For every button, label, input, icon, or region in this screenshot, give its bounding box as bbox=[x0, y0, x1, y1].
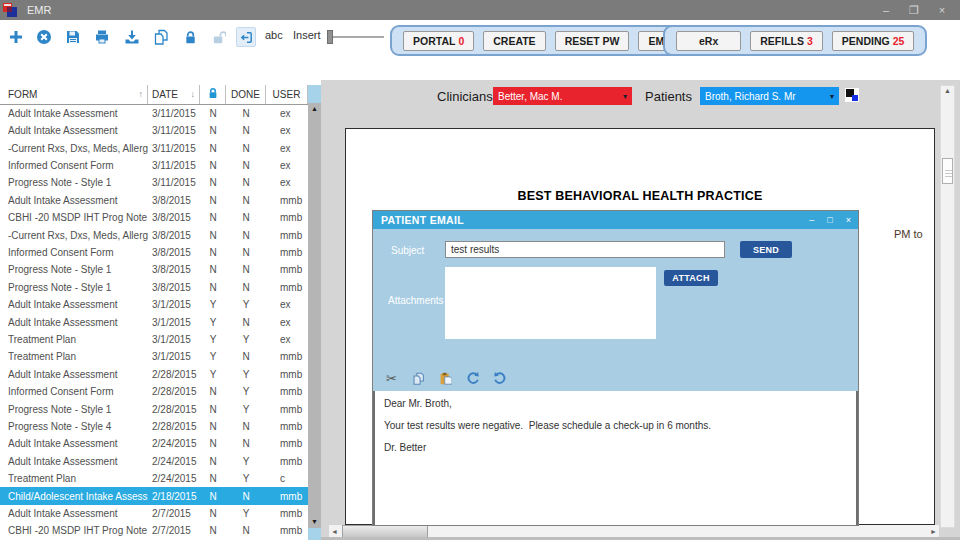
table-row[interactable]: Adult Intake Assessment3/1/2015YNex bbox=[0, 313, 308, 330]
portal-button[interactable]: PORTAL0 bbox=[403, 31, 474, 51]
copy-icon[interactable] bbox=[151, 27, 171, 47]
table-row[interactable]: Adult Intake Assessment2/7/2015NYmmb bbox=[0, 505, 308, 522]
insert-slider[interactable] bbox=[327, 30, 333, 44]
cell-lock: N bbox=[200, 525, 226, 536]
table-row[interactable]: Informed Consent Form2/28/2015NYmmb bbox=[0, 383, 308, 400]
cell-date: 3/1/2015 bbox=[148, 317, 200, 328]
column-header-done[interactable]: DONE bbox=[226, 85, 266, 104]
table-row[interactable]: Progress Note - Style 42/28/2015NNmmb bbox=[0, 418, 308, 435]
scroll-down-icon[interactable]: ▼ bbox=[308, 516, 321, 528]
table-row[interactable]: Treatment Plan3/1/2015YYex bbox=[0, 331, 308, 348]
table-row[interactable]: Progress Note - Style 13/8/2015NNmmb bbox=[0, 279, 308, 296]
table-row[interactable]: Adult Intake Assessment3/1/2015YYex bbox=[0, 296, 308, 313]
table-row[interactable]: Treatment Plan2/24/2015NYc bbox=[0, 470, 308, 487]
cell-lock: N bbox=[200, 108, 226, 119]
modal-header[interactable]: PATIENT EMAIL – □ × bbox=[373, 211, 858, 229]
insert-mode-label[interactable]: Insert bbox=[293, 29, 321, 41]
attach-button[interactable]: ATTACH bbox=[664, 270, 718, 286]
table-row[interactable]: Adult Intake Assessment3/11/2015NNex bbox=[0, 105, 308, 122]
table-row[interactable]: Progress Note - Style 12/28/2015NYmmb bbox=[0, 400, 308, 417]
table-row[interactable]: Informed Consent Form3/8/2015NNmmb bbox=[0, 244, 308, 261]
spellcheck-abc-button[interactable]: abc bbox=[265, 29, 283, 41]
cell-date: 2/28/2015 bbox=[148, 369, 200, 380]
exit-form-icon[interactable] bbox=[236, 27, 256, 47]
sort-up-icon[interactable]: ↑ bbox=[139, 89, 144, 99]
table-row[interactable]: Child/Adolescent Intake Assessme2/18/201… bbox=[0, 487, 308, 504]
lock-icon[interactable] bbox=[180, 27, 200, 47]
cell-done: N bbox=[226, 195, 266, 206]
copy-icon[interactable] bbox=[411, 371, 426, 386]
refills-button[interactable]: REFILLS3 bbox=[750, 31, 823, 51]
scroll-up-icon[interactable]: ▲ bbox=[944, 87, 951, 94]
redo-icon[interactable] bbox=[492, 371, 507, 386]
reset-pw-button[interactable]: RESET PW bbox=[555, 31, 630, 51]
document-partial-text: PM to bbox=[894, 228, 923, 240]
chevron-down-icon: ▾ bbox=[830, 92, 834, 101]
undo-icon[interactable] bbox=[465, 371, 480, 386]
pending-button[interactable]: PENDING25 bbox=[832, 31, 915, 51]
cell-done: N bbox=[226, 230, 266, 241]
subject-input[interactable] bbox=[445, 241, 725, 258]
table-row[interactable]: -Current Rxs, Dxs, Meds, Allergies3/8/20… bbox=[0, 226, 308, 243]
column-header-date[interactable]: DATE ↓ bbox=[148, 85, 200, 104]
column-header-locked[interactable] bbox=[200, 85, 226, 104]
cell-lock: N bbox=[200, 473, 226, 484]
snap-view-icon[interactable] bbox=[845, 88, 859, 102]
save-icon[interactable] bbox=[63, 27, 83, 47]
scroll-left-icon[interactable]: ◄ bbox=[331, 528, 338, 535]
email-body-line: Your test results were negative. Please … bbox=[384, 420, 847, 431]
send-button[interactable]: SEND bbox=[740, 241, 792, 258]
clinician-dropdown[interactable]: Better, Mac M. ▾ bbox=[493, 87, 632, 105]
column-header-user[interactable]: USER bbox=[266, 85, 308, 104]
window-restore-button[interactable]: ❐ bbox=[900, 0, 928, 20]
window-minimize-button[interactable]: – bbox=[872, 0, 900, 20]
cell-user: ex bbox=[266, 160, 308, 171]
erx-button[interactable]: eRx bbox=[676, 31, 741, 51]
table-row[interactable]: Adult Intake Assessment3/8/2015NNmmb bbox=[0, 192, 308, 209]
scroll-up-icon[interactable]: ▲ bbox=[308, 103, 321, 115]
table-row[interactable]: Progress Note - Style 13/11/2015NNex bbox=[0, 174, 308, 191]
cell-done: Y bbox=[226, 404, 266, 415]
patients-label: Patients bbox=[645, 89, 692, 104]
modal-minimize-button[interactable]: – bbox=[809, 215, 814, 225]
create-button[interactable]: CREATE bbox=[483, 31, 545, 51]
cell-user: mmb bbox=[266, 456, 308, 467]
window-close-button[interactable]: × bbox=[928, 0, 956, 20]
cell-date: 2/24/2015 bbox=[148, 473, 200, 484]
modal-close-button[interactable]: × bbox=[846, 215, 851, 225]
modal-maximize-button[interactable]: □ bbox=[827, 215, 832, 225]
table-row[interactable]: Progress Note - Style 13/8/2015NNmmb bbox=[0, 261, 308, 278]
cell-lock: N bbox=[200, 491, 226, 502]
cut-icon[interactable]: ✂ bbox=[384, 371, 399, 386]
email-body[interactable]: Dear Mr. Broth,Your test results were ne… bbox=[373, 391, 858, 525]
modal-form-area: Subject SEND ATTACH Attachments ✂ bbox=[373, 229, 858, 391]
table-row[interactable]: -Current Rxs, Dxs, Meds, Allergies3/11/2… bbox=[0, 139, 308, 156]
column-header-form[interactable]: FORM ↑ bbox=[0, 85, 148, 104]
table-row[interactable]: Adult Intake Assessment3/11/2015NNex bbox=[0, 122, 308, 139]
table-row[interactable]: Treatment Plan3/1/2015YNmmb bbox=[0, 348, 308, 365]
table-row[interactable]: Adult Intake Assessment2/24/2015NNmmb bbox=[0, 435, 308, 452]
forms-table-scrollbar[interactable]: ▲ ▼ bbox=[308, 85, 321, 540]
patient-dropdown[interactable]: Broth, Richard S. Mr ▾ bbox=[700, 87, 839, 105]
cancel-icon[interactable] bbox=[34, 27, 54, 47]
table-row[interactable]: CBHI -20 MSDP IHT Prog Note3/8/2015NNmmb bbox=[0, 209, 308, 226]
table-row[interactable]: Adult Intake Assessment2/24/2015NYmmb bbox=[0, 453, 308, 470]
table-row[interactable]: Informed Consent Form3/11/2015NNex bbox=[0, 157, 308, 174]
cell-form: Adult Intake Assessment bbox=[0, 195, 148, 206]
print-icon[interactable] bbox=[92, 27, 112, 47]
sort-down-icon[interactable]: ↓ bbox=[191, 89, 196, 99]
cell-user: mmb bbox=[266, 282, 308, 293]
vscroll-thumb[interactable] bbox=[942, 158, 953, 184]
table-row[interactable]: CBHI -20 MSDP IHT Prog Note2/7/2015NNmmb bbox=[0, 522, 308, 539]
cell-form: Progress Note - Style 1 bbox=[0, 404, 148, 415]
document-vscrollbar[interactable]: ▲ bbox=[940, 85, 955, 528]
attachments-box[interactable] bbox=[445, 267, 656, 339]
cell-lock: N bbox=[200, 212, 226, 223]
cell-done: N bbox=[226, 317, 266, 328]
add-icon[interactable] bbox=[6, 27, 26, 47]
scroll-right-icon[interactable]: ► bbox=[930, 528, 937, 535]
paste-icon[interactable] bbox=[438, 371, 453, 386]
import-icon[interactable] bbox=[122, 27, 142, 47]
table-row[interactable]: Adult Intake Assessment2/28/2015YYmmb bbox=[0, 366, 308, 383]
cell-form: Child/Adolescent Intake Assessme bbox=[0, 491, 148, 502]
